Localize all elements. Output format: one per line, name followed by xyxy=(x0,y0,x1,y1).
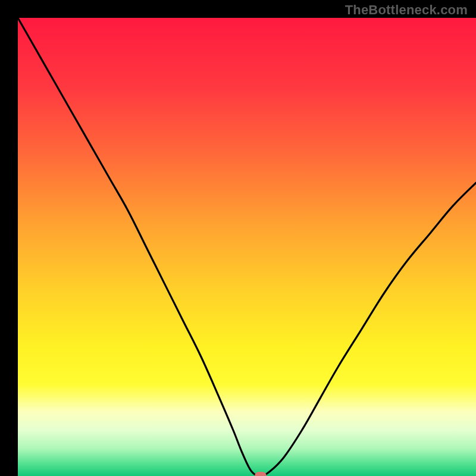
chart-plot-area xyxy=(18,18,476,476)
optimal-point-marker xyxy=(255,472,267,476)
gradient-background xyxy=(18,18,476,476)
chart-svg xyxy=(18,18,476,476)
watermark-text: TheBottleneck.com xyxy=(345,2,468,18)
